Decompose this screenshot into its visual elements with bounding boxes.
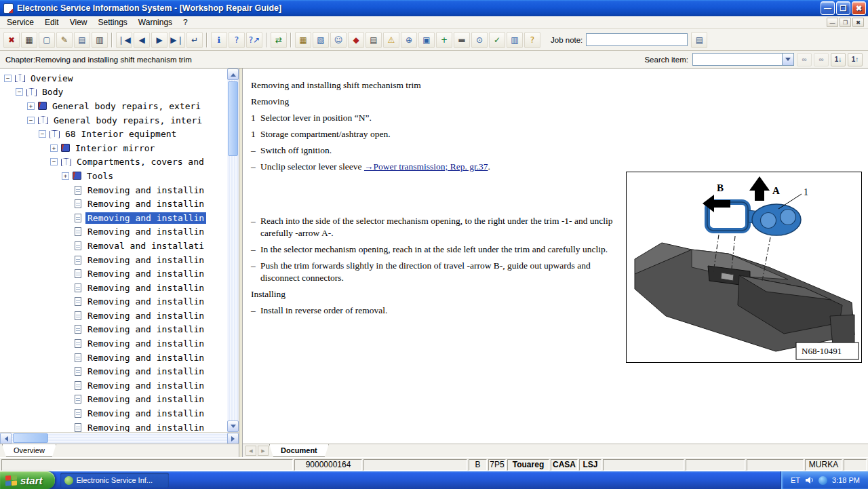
tree-expander-icon[interactable]	[4, 75, 12, 82]
doc-tab-prev-button[interactable]: ◀	[245, 446, 256, 456]
table-edit-button[interactable]: ▧	[313, 32, 329, 48]
job-note-input[interactable]	[586, 33, 688, 46]
language-indicator[interactable]: ET	[791, 476, 800, 484]
vehicle-button[interactable]: ▬	[454, 32, 470, 48]
job-note-editor-button[interactable]: ▤	[691, 32, 707, 48]
edit-document-button[interactable]: ✎	[56, 32, 73, 48]
online-button[interactable]: ⊕	[401, 32, 417, 48]
tree-item[interactable]: Removing and installin	[0, 364, 227, 378]
last-document-button[interactable]: ▶❘	[169, 32, 185, 48]
search-next-button[interactable]: ∞	[814, 53, 829, 66]
first-document-button[interactable]: ❘◀	[116, 32, 132, 48]
mdi-close-button[interactable]: ✖	[852, 18, 864, 27]
doc-tab-next-button[interactable]: ▶	[258, 446, 269, 456]
tree-item[interactable]: Interior mirror	[0, 141, 227, 155]
tree-item[interactable]: Removing and installin	[0, 393, 227, 407]
tree-item[interactable]: Removing and installin	[0, 295, 227, 309]
scroll-up-button[interactable]	[227, 69, 239, 80]
tree-item[interactable]: Removing and installin	[0, 336, 227, 351]
tree-expander-icon[interactable]	[50, 144, 58, 152]
horizontal-scroll-track[interactable]	[12, 433, 227, 444]
tree-item[interactable]: 68 Interior equipment	[0, 127, 227, 141]
menu-item[interactable]: Warnings	[133, 16, 178, 28]
result-up-button[interactable]: 1↑	[848, 53, 863, 66]
tree-item[interactable]: Removing and installin	[0, 420, 227, 432]
swap-view-button[interactable]: ⇄	[271, 32, 287, 48]
service-button[interactable]: +	[436, 32, 452, 48]
new-document-button[interactable]: ▢	[39, 32, 55, 48]
monitor-button[interactable]: ▣	[418, 32, 435, 48]
close-button[interactable]: ✖	[852, 1, 866, 15]
tree-item[interactable]: Removing and installin	[0, 225, 227, 239]
tree-expander-icon[interactable]	[27, 117, 35, 124]
start-button[interactable]: start	[0, 471, 55, 489]
info-button[interactable]: ℹ	[211, 32, 227, 48]
tree-item[interactable]: Removing and installin	[0, 211, 227, 225]
context-help-button[interactable]: ?↗	[246, 32, 262, 48]
tree-item[interactable]: Removing and installin	[0, 253, 227, 267]
scroll-left-button[interactable]	[0, 433, 12, 444]
tree-expander-icon[interactable]	[50, 158, 58, 165]
tree-item[interactable]: Removing and installin	[0, 183, 227, 197]
warnings-button[interactable]: ⚠	[383, 32, 399, 48]
scroll-right-button[interactable]	[227, 433, 239, 444]
tree-vertical-scrollbar[interactable]	[227, 69, 239, 432]
back-button[interactable]: ↵	[186, 32, 203, 48]
tray-status-icon[interactable]	[818, 476, 827, 485]
exit-button[interactable]: ✖	[3, 32, 20, 48]
taskbar-app-button[interactable]: Electronic Service Inf...	[60, 473, 169, 488]
search-document-button[interactable]: ⊙	[471, 32, 488, 48]
maximize-button[interactable]: ❐	[836, 1, 850, 15]
menu-item[interactable]: Settings	[93, 16, 133, 28]
wiring-diagram-button[interactable]: ◆	[348, 32, 364, 48]
document-help-button[interactable]: ?	[524, 32, 540, 48]
copy-document-button[interactable]: ▤	[74, 32, 90, 48]
maintenance-tables-button[interactable]: ▤	[366, 32, 382, 48]
tree-item[interactable]: General body repairs, interi	[0, 113, 227, 128]
tree-item[interactable]: Removing and installin	[0, 309, 227, 323]
tree-item[interactable]: Removing and installin	[0, 197, 227, 211]
minimize-button[interactable]: —	[821, 1, 835, 15]
tree-item[interactable]: Removing and installin	[0, 351, 227, 365]
search-input[interactable]	[693, 54, 782, 65]
tree-item[interactable]: Removing and installin	[0, 281, 227, 295]
menu-item[interactable]: Service	[1, 16, 39, 28]
help-button[interactable]: ?	[229, 32, 245, 48]
customer-data-button[interactable]: ☺	[330, 32, 347, 48]
parts-table-button[interactable]: ▦	[295, 32, 311, 48]
menu-item[interactable]: ?	[178, 16, 193, 28]
tree-item[interactable]: Removal and installati	[0, 239, 227, 253]
print-button[interactable]: ▦	[21, 32, 37, 48]
tree-item[interactable]: Removing and installin	[0, 267, 227, 281]
checklist-button[interactable]: ✓	[489, 32, 505, 48]
tree-expander-icon[interactable]	[39, 130, 46, 138]
search-button[interactable]: ∞	[797, 53, 812, 66]
mdi-minimize-button[interactable]: —	[827, 18, 838, 27]
menu-item[interactable]: View	[64, 16, 93, 28]
result-down-button[interactable]: 1↓	[831, 53, 846, 66]
tree-item[interactable]: Body	[0, 85, 227, 100]
repair-group-link[interactable]: →Power transmission; Rep. gr.37	[364, 161, 488, 172]
tree-item[interactable]: Tools	[0, 169, 227, 183]
print-preview-button[interactable]: ▥	[92, 32, 108, 48]
tree-item[interactable]: Removing and installin	[0, 378, 227, 393]
document-tab[interactable]: Document	[269, 444, 329, 457]
tree-item[interactable]: Compartments, covers and	[0, 155, 227, 170]
next-document-button[interactable]: ▶	[151, 32, 167, 48]
scroll-down-button[interactable]	[227, 420, 239, 432]
combo-dropdown-button[interactable]	[782, 54, 793, 65]
mdi-restore-button[interactable]: ❐	[840, 18, 851, 27]
previous-document-button[interactable]: ◀	[134, 32, 150, 48]
tree-expander-icon[interactable]	[16, 88, 23, 96]
vertical-scroll-track[interactable]	[227, 80, 239, 420]
horizontal-scroll-thumb[interactable]	[13, 433, 48, 443]
volume-icon[interactable]	[805, 476, 814, 484]
menu-item[interactable]: Edit	[39, 16, 64, 28]
tree-item[interactable]: Removing and installin	[0, 323, 227, 337]
overview-tab[interactable]: Overview	[2, 444, 56, 457]
vertical-scroll-thumb[interactable]	[228, 81, 238, 156]
tree-expander-icon[interactable]	[27, 102, 35, 110]
tree-item[interactable]: Overview	[0, 71, 227, 85]
tree-item[interactable]: General body repairs, exteri	[0, 99, 227, 113]
tree-horizontal-scrollbar[interactable]	[0, 432, 239, 444]
